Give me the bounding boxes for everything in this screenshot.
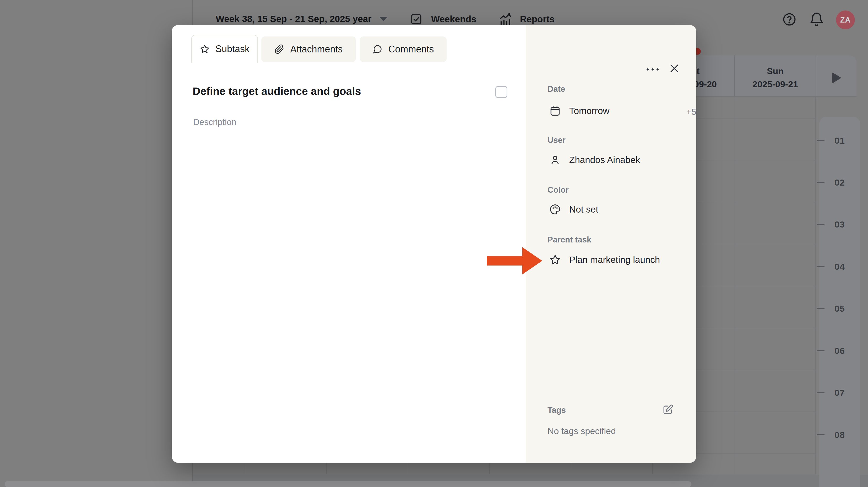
user-value: Zhandos Ainabek xyxy=(569,155,640,165)
tab-comments[interactable]: Comments xyxy=(360,36,446,62)
time-label: 01 xyxy=(819,134,860,147)
sidebar xyxy=(0,0,193,487)
day-header-sun: Sun 2025-09-21 xyxy=(735,64,816,91)
color-row[interactable]: Not set xyxy=(549,204,598,215)
reports-button[interactable]: Reports xyxy=(498,11,555,27)
parent-task-row[interactable]: Plan marketing launch xyxy=(549,254,660,266)
help-button[interactable] xyxy=(782,12,797,27)
time-label: 02 xyxy=(819,176,860,189)
star-icon xyxy=(549,254,561,266)
tick-dash xyxy=(817,140,825,141)
tab-label: Attachments xyxy=(290,44,343,55)
user-row[interactable]: Zhandos Ainabek xyxy=(549,154,640,166)
tick-dash xyxy=(817,350,825,351)
avatar[interactable]: ZA xyxy=(836,10,855,29)
comment-icon xyxy=(372,44,382,54)
parent-task-value: Plan marketing launch xyxy=(569,254,660,265)
tick-dash xyxy=(817,392,825,393)
weekends-label: Weekends xyxy=(431,14,476,24)
tick-dash xyxy=(817,224,825,225)
date-heading: Date xyxy=(548,84,565,94)
edit-tags-button[interactable] xyxy=(662,404,674,416)
more-options-button[interactable] xyxy=(647,65,661,73)
task-complete-checkbox[interactable] xyxy=(495,86,507,98)
task-title[interactable]: Define target audience and goals xyxy=(193,85,361,97)
tick-dash xyxy=(817,182,825,183)
star-icon xyxy=(200,44,210,54)
time-label: 08 xyxy=(819,429,860,441)
bell-icon xyxy=(809,11,825,27)
palette-icon xyxy=(549,204,561,215)
weekday-label: t xyxy=(694,64,728,78)
time-label: 03 xyxy=(819,218,860,231)
weekends-toggle[interactable]: Weekends xyxy=(410,12,476,26)
ellipsis-icon xyxy=(647,68,649,70)
question-icon xyxy=(782,12,797,27)
weekday-label: Sun xyxy=(735,64,816,78)
task-dialog: Subtask Attachments Comments Define targ… xyxy=(172,25,696,463)
next-day-button[interactable] xyxy=(832,72,841,83)
user-heading: User xyxy=(548,135,565,145)
paperclip-icon xyxy=(274,44,284,54)
color-value: Not set xyxy=(569,204,598,215)
person-icon xyxy=(549,154,561,166)
time-label: 05 xyxy=(819,302,860,315)
avatar-initials: ZA xyxy=(840,16,851,24)
color-heading: Color xyxy=(548,185,569,195)
tick-dash xyxy=(817,266,825,267)
app-screen: SALES TEAM ADD TASK SEARCH CALENDAR TASK… xyxy=(0,0,868,487)
notifications-button[interactable] xyxy=(809,11,825,27)
checkbox-checked-icon xyxy=(410,12,423,26)
date-label: 2025-09-21 xyxy=(735,78,816,91)
annotation-arrow xyxy=(487,247,542,274)
time-label: 04 xyxy=(819,260,860,273)
date-extra-badge[interactable]: +5 xyxy=(526,107,696,117)
close-button[interactable] xyxy=(669,63,681,75)
tick-dash xyxy=(817,434,825,435)
tab-attachments[interactable]: Attachments xyxy=(261,36,356,62)
close-icon xyxy=(669,63,681,74)
bottom-drawer-handle[interactable] xyxy=(5,481,691,487)
week-selector-label: Week 38, 15 Sep - 21 Sep, 2025 year xyxy=(216,13,372,24)
edit-icon xyxy=(662,404,674,416)
time-scale-panel: 01 02 03 04 05 06 07 08 xyxy=(819,117,860,487)
parent-task-heading: Parent task xyxy=(548,235,591,245)
reports-label: Reports xyxy=(520,14,555,24)
tab-label: Subtask xyxy=(215,43,249,55)
date-label: 09-20 xyxy=(694,78,728,91)
day-header-sat-partial: t 09-20 xyxy=(694,64,728,91)
time-label: 07 xyxy=(819,386,860,399)
chevron-down-icon xyxy=(379,17,388,21)
week-selector[interactable]: Week 38, 15 Sep - 21 Sep, 2025 year xyxy=(216,13,388,24)
tags-empty-text: No tags specified xyxy=(548,426,616,436)
description-input[interactable]: Description xyxy=(193,117,237,127)
chart-icon xyxy=(498,11,513,27)
tick-dash xyxy=(817,308,825,309)
tags-heading: Tags xyxy=(548,405,566,415)
time-label: 06 xyxy=(819,344,860,357)
tab-label: Comments xyxy=(388,44,434,55)
tab-subtask[interactable]: Subtask xyxy=(191,35,258,63)
